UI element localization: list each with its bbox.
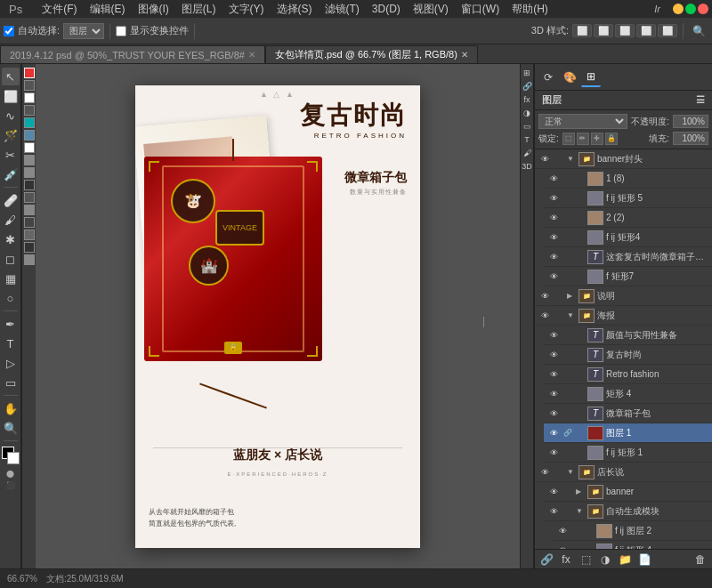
layer-eye[interactable]: 👁 [538,153,551,165]
tab-1[interactable]: 2019.4.12 psd @ 50%_TRUST YOUR EYES_RGB/… [0,45,265,63]
lock-transparent-icon[interactable]: ⬚ [562,133,575,145]
menu-file[interactable]: 文件(F) [36,2,82,17]
layer-poster-group[interactable]: 👁 ▼ 📁 海报 [535,306,712,326]
3d-btn-4[interactable]: ⬜ [636,24,656,37]
group-arrow[interactable]: ▼ [576,507,585,515]
menu-edit[interactable]: 编辑(E) [85,2,131,17]
3d-btn-3[interactable]: ⬜ [615,24,635,37]
background-color[interactable] [7,452,20,464]
show-transform-checkbox[interactable] [116,26,126,36]
menu-image[interactable]: 图像(I) [133,2,174,17]
color-red[interactable] [24,68,35,78]
layer-style-icon[interactable]: fx [558,552,574,568]
shape-tool[interactable]: ▭ [2,374,20,391]
color-blue[interactable] [24,130,35,141]
tab-2[interactable]: 女包详情页.psd @ 66.7% (图层 1, RGB/8) ✕ [265,45,478,63]
layer-eye[interactable]: 👁 [547,486,560,498]
color-dark[interactable] [24,80,35,91]
minimize-button[interactable] [673,4,684,14]
arrange-icon[interactable]: ⊞ [522,68,532,78]
delete-layer-icon[interactable]: 🗑 [692,552,708,568]
layer-eye[interactable]: 👁 [547,212,560,224]
new-group-icon[interactable]: 📁 [617,552,633,568]
link-icon[interactable]: 🔗 [522,81,532,92]
layer-rect1[interactable]: 👁 f ij 矩形 1 [544,443,712,463]
dodge-tool[interactable]: ○ [2,289,20,307]
panel-swatches-tab[interactable]: 🎨 [560,68,579,87]
fg-bg-colors[interactable] [2,447,20,464]
crop-tool[interactable]: ✂ [2,146,20,164]
adjustment-layer-icon[interactable]: ◑ [597,552,613,568]
fill-input[interactable] [673,132,708,145]
lock-paint-icon[interactable]: ✏ [577,133,589,145]
menu-type[interactable]: 文字(Y) [223,2,270,17]
color-gray4[interactable] [24,254,35,265]
eraser-tool[interactable]: ◻ [2,250,20,268]
color-dark2[interactable] [24,105,35,116]
path-tool[interactable]: ▷ [2,354,20,372]
canvas-area[interactable]: ▲ △ ▲ 🐮 VINTAGE [36,64,520,568]
menu-help[interactable]: 帮助(H) [506,2,554,17]
color-medium[interactable] [24,230,35,240]
layer-rect5[interactable]: 👁 f ij 矩形 5 [544,189,712,208]
menu-window[interactable]: 窗口(W) [456,2,505,17]
eyedropper-tool[interactable]: 💉 [2,165,20,183]
menu-view[interactable]: 视图(V) [408,2,454,17]
type-icon[interactable]: T [522,134,532,145]
menu-filter[interactable]: 滤镜(T) [320,2,365,17]
group-arrow[interactable]: ▼ [567,311,576,319]
group-arrow[interactable]: ▶ [576,487,585,495]
menu-layer[interactable]: 图层(L) [176,2,222,17]
pen-tool[interactable]: ✒ [2,315,20,333]
3d-btn-5[interactable]: ⬜ [658,24,677,37]
type-tool[interactable]: T [2,334,20,352]
search-icon[interactable]: 🔍 [689,21,708,41]
color-white[interactable] [24,93,35,103]
marquee-tool[interactable]: ⬜ [2,87,20,105]
layer-eye[interactable]: 👁 [547,447,560,459]
3d-icon[interactable]: 3D [522,161,532,172]
panel-history-tab[interactable]: ⟳ [538,68,558,87]
layer-eye[interactable]: 👁 [538,290,551,302]
layer-eye[interactable]: 👁 [556,525,569,537]
layer-eye[interactable]: 👁 [547,329,560,342]
brush-tool[interactable]: 🖌 [2,211,20,229]
panel-layers-tab[interactable]: ⊞ [581,68,601,87]
opacity-input[interactable] [673,115,708,128]
3d-btn-2[interactable]: ⬜ [594,24,613,37]
lasso-tool[interactable]: ∿ [2,107,20,125]
3d-btn-1[interactable]: ⬜ [572,24,592,37]
auto-select-checkbox[interactable] [4,26,14,36]
lock-position-icon[interactable]: ✛ [591,133,603,145]
layer-eye[interactable]: 👁 [547,427,560,439]
layer-shopowner-group[interactable]: 👁 ▼ 📁 店长说 [535,463,712,482]
layer-2[interactable]: 👁 f ij 图层 2 [553,521,712,541]
close-button[interactable] [698,4,708,14]
layer-rect4b[interactable]: 👁 矩形 4 [544,384,712,404]
color-gray[interactable] [24,155,35,165]
zoom-tool[interactable]: 🔍 [2,419,20,437]
color-white2[interactable] [24,142,35,153]
maximize-button[interactable] [685,4,696,14]
layer-select[interactable]: 图层 [63,23,104,39]
layer-mask-icon[interactable]: ⬚ [578,552,594,568]
layer-banner[interactable]: 👁 ▶ 📁 banner [544,482,712,502]
group-arrow[interactable]: ▼ [567,468,576,476]
group-arrow[interactable]: ▼ [567,155,576,163]
layer-rect4c[interactable]: 👁 f ij 矩形 4 [553,541,712,549]
layer-eye[interactable]: 👁 [538,310,551,322]
layer-eye[interactable]: 👁 [547,505,560,518]
lock-all-icon[interactable]: 🔒 [605,133,618,145]
layer-note-group[interactable]: 👁 ▶ 📁 说明 [535,286,712,306]
layer-2-2[interactable]: 👁 2 (2) [544,208,712,228]
hand-tool[interactable]: ✋ [2,399,20,417]
layer-eye[interactable]: 👁 [547,368,560,381]
move-tool[interactable]: ↖ [2,68,20,85]
menu-select[interactable]: 选择(S) [271,2,318,17]
layer-rect4[interactable]: 👁 f ij 矩形4 [544,228,712,247]
layer-eye[interactable]: 👁 [547,231,560,244]
shape-icon[interactable]: ▭ [522,121,532,132]
layer-eye[interactable]: 👁 [547,192,560,205]
link-layers-icon[interactable]: 🔗 [538,552,554,568]
layer-eye[interactable]: 👁 [538,466,551,479]
